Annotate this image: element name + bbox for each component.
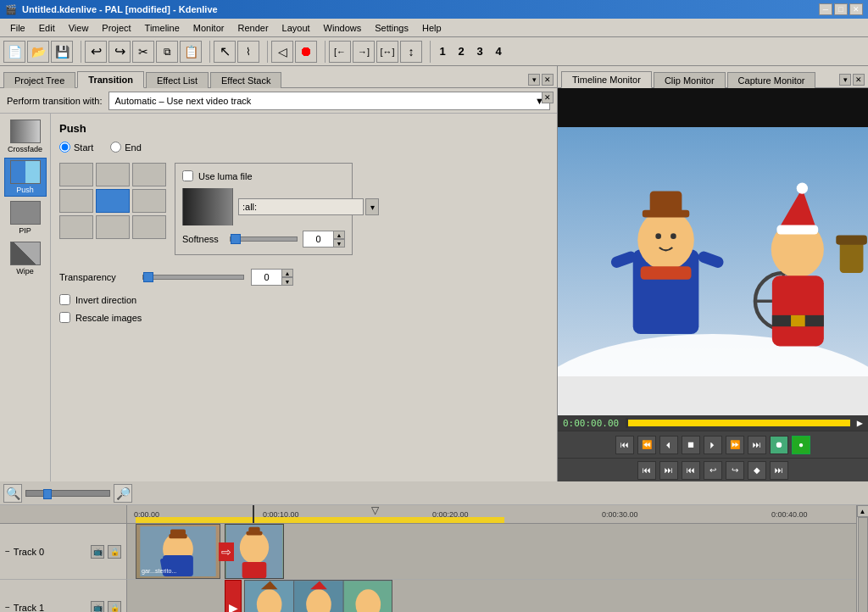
record-button-monitor[interactable]: ⏺	[770, 436, 788, 454]
rescale-images-checkbox[interactable]	[59, 312, 70, 323]
stop-button[interactable]: ⏹	[682, 436, 700, 454]
track-0-mute-button[interactable]: 📺	[91, 545, 104, 559]
undo-button[interactable]: ↩	[85, 41, 107, 63]
dir-btn-tl[interactable]	[59, 163, 93, 186]
fast-forward-button[interactable]: ⏩	[726, 436, 744, 454]
panel-options-button[interactable]: ▾	[528, 74, 540, 86]
softness-up-button[interactable]: ▲	[333, 231, 345, 239]
trans-item-crossfade[interactable]: Crossfade	[4, 117, 47, 156]
track-1-mute-button[interactable]: 📺	[91, 601, 104, 613]
copy-button[interactable]: ⧉	[156, 41, 178, 63]
tab-capture-monitor[interactable]: Capture Monitor	[727, 72, 816, 88]
menu-timeline[interactable]: Timeline	[138, 21, 186, 35]
timeline-zoom-out-button[interactable]: 🔎	[114, 484, 132, 503]
tab-timeline-monitor[interactable]: Timeline Monitor	[561, 71, 652, 88]
mark-out-button[interactable]: ⏭	[770, 461, 788, 480]
tab-effect-list[interactable]: Effect List	[146, 72, 209, 88]
zoom-slider-track[interactable]	[25, 490, 110, 497]
luma-browse-button[interactable]: ▾	[365, 198, 379, 215]
toolbar-num3[interactable]: 3	[471, 43, 488, 60]
tab-clip-monitor[interactable]: Clip Monitor	[654, 72, 726, 88]
track-1-collapse-icon[interactable]: −	[5, 603, 10, 612]
track-0-content[interactable]: gar...sterito...	[127, 524, 856, 580]
scroll-up-button[interactable]: ▲	[857, 505, 869, 517]
track-1-transition-clip[interactable]: ▶	[225, 580, 242, 612]
play-button[interactable]: ⏵	[704, 436, 722, 454]
rewind-button[interactable]: ⏪	[637, 436, 656, 454]
transition-dropdown[interactable]: Automatic – Use next video track ▼	[108, 92, 550, 110]
mark-in-button[interactable]: ⏮	[682, 461, 700, 480]
start-radio-input[interactable]	[59, 142, 70, 153]
goto-start-button[interactable]: ⏮	[615, 436, 634, 454]
dir-btn-b[interactable]	[96, 215, 130, 239]
softness-slider[interactable]	[230, 236, 298, 242]
tab-project-tree[interactable]: Project Tree	[3, 72, 75, 88]
toolbar-num4[interactable]: 4	[490, 43, 507, 60]
use-luma-checkbox[interactable]	[182, 170, 193, 181]
toolbar-num1[interactable]: 1	[434, 43, 451, 60]
extract-button[interactable]: ↕	[400, 41, 422, 63]
transparency-down-button[interactable]: ▼	[281, 277, 293, 286]
menu-render[interactable]: Render	[231, 21, 275, 35]
goto-out-button[interactable]: ⏭	[659, 461, 678, 480]
dir-btn-r[interactable]	[132, 189, 166, 213]
track-0-clip-1[interactable]: gar...sterito...	[136, 524, 220, 579]
record-button[interactable]: ⏺	[295, 41, 317, 63]
end-radio[interactable]: End	[110, 142, 142, 153]
transparency-slider[interactable]	[142, 275, 244, 280]
zoom-slider-thumb[interactable]	[43, 489, 52, 499]
new-button[interactable]: 📄	[3, 41, 25, 63]
razor-tool-button[interactable]: ⌇	[237, 41, 259, 63]
menu-help[interactable]: Help	[415, 21, 448, 35]
diamond-button[interactable]: ◆	[748, 461, 766, 480]
v-scroll-track[interactable]	[858, 517, 868, 612]
minimize-button[interactable]: ─	[819, 3, 832, 15]
dir-btn-br[interactable]	[132, 215, 166, 239]
softness-value-input[interactable]	[303, 231, 333, 248]
select-tool-button[interactable]: ↖	[214, 41, 236, 63]
tab-transition[interactable]: Transition	[77, 71, 144, 88]
transition-panel-close[interactable]: ✕	[542, 92, 554, 103]
redo-monitor-button[interactable]: ↪	[726, 461, 744, 480]
goto-end-button[interactable]: ⏭	[748, 436, 766, 454]
trans-item-wipe[interactable]: Wipe	[4, 239, 47, 278]
play-arrow-icon[interactable]: ▶	[857, 417, 863, 429]
trans-item-push[interactable]: Push	[4, 158, 47, 197]
cut-button[interactable]: ✂	[132, 41, 154, 63]
luma-file-input[interactable]	[238, 198, 364, 215]
menu-edit[interactable]: Edit	[32, 21, 62, 35]
toolbar-num2[interactable]: 2	[453, 43, 470, 60]
undo-monitor-button[interactable]: ↩	[704, 461, 722, 480]
close-button[interactable]: ✕	[849, 3, 863, 15]
invert-direction-checkbox[interactable]	[59, 294, 70, 305]
fit-right-button[interactable]: →]	[353, 41, 375, 63]
menu-project[interactable]: Project	[95, 21, 137, 35]
panel-close-button[interactable]: ✕	[542, 74, 554, 86]
trans-item-pip[interactable]: PIP	[4, 198, 47, 237]
softness-down-button[interactable]: ▼	[333, 239, 345, 248]
dir-btn-bl[interactable]	[59, 215, 93, 239]
dir-btn-t[interactable]	[96, 163, 130, 186]
menu-windows[interactable]: Windows	[317, 21, 369, 35]
transparency-up-button[interactable]: ▲	[281, 269, 293, 277]
tab-effect-stack[interactable]: Effect Stack	[210, 72, 282, 88]
dir-btn-l[interactable]	[59, 189, 93, 213]
dir-btn-center[interactable]	[96, 189, 130, 213]
transparency-value-input[interactable]	[251, 269, 281, 286]
monitor-close-button[interactable]: ✕	[853, 74, 865, 86]
start-radio[interactable]: Start	[59, 142, 93, 153]
open-button[interactable]: 📂	[27, 41, 49, 63]
track-0-lock-button[interactable]: 🔒	[108, 545, 121, 559]
paste-button[interactable]: 📋	[180, 41, 202, 63]
maximize-button[interactable]: □	[834, 3, 848, 15]
save-button[interactable]: 💾	[51, 41, 73, 63]
track-0-collapse-icon[interactable]: −	[5, 547, 10, 556]
marker-in-button[interactable]: ◁	[271, 41, 293, 63]
menu-settings[interactable]: Settings	[368, 21, 415, 35]
menu-monitor[interactable]: Monitor	[186, 21, 231, 35]
step-back-button[interactable]: ⏴	[659, 436, 678, 454]
redo-button[interactable]: ↪	[108, 41, 131, 63]
fit-left-button[interactable]: [←	[329, 41, 351, 63]
goto-in-button[interactable]: ⏮	[637, 461, 656, 480]
menu-view[interactable]: View	[62, 21, 96, 35]
